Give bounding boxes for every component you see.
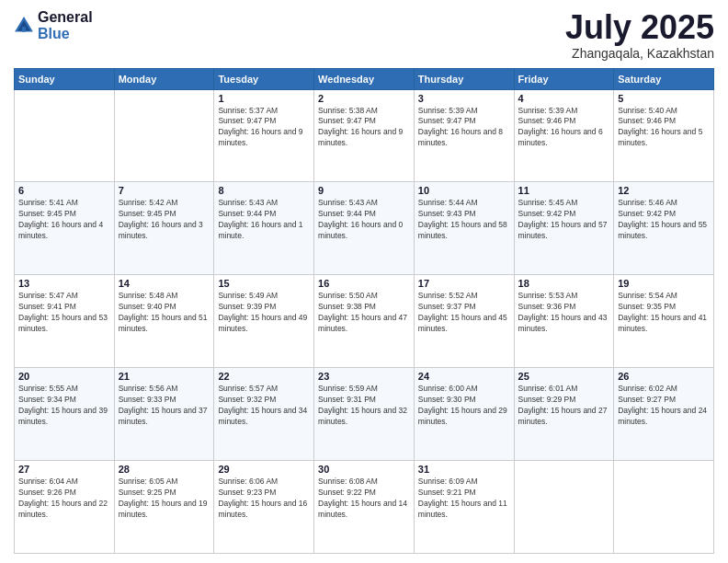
calendar-cell: 13Sunrise: 5:47 AM Sunset: 9:41 PM Dayli… — [15, 275, 115, 368]
day-number: 27 — [18, 464, 110, 475]
calendar-week-1: 1Sunrise: 5:37 AM Sunset: 9:47 PM Daylig… — [15, 89, 714, 182]
calendar-week-5: 27Sunrise: 6:04 AM Sunset: 9:26 PM Dayli… — [15, 461, 714, 554]
calendar-header-saturday: Saturday — [614, 68, 714, 89]
calendar-cell: 30Sunrise: 6:08 AM Sunset: 9:22 PM Dayli… — [314, 461, 415, 554]
calendar-cell — [15, 89, 115, 182]
day-info: Sunrise: 5:38 AM Sunset: 9:47 PM Dayligh… — [318, 106, 410, 150]
calendar-cell: 5Sunrise: 5:40 AM Sunset: 9:46 PM Daylig… — [614, 89, 714, 182]
logo-icon — [14, 16, 34, 36]
day-number: 25 — [518, 371, 610, 382]
day-info: Sunrise: 6:02 AM Sunset: 9:27 PM Dayligh… — [618, 384, 710, 428]
day-number: 11 — [518, 185, 610, 196]
calendar-cell: 24Sunrise: 6:00 AM Sunset: 9:30 PM Dayli… — [414, 368, 514, 461]
day-info: Sunrise: 5:55 AM Sunset: 9:34 PM Dayligh… — [18, 384, 110, 428]
calendar-cell: 20Sunrise: 5:55 AM Sunset: 9:34 PM Dayli… — [15, 368, 115, 461]
day-number: 12 — [618, 185, 710, 196]
day-info: Sunrise: 5:44 AM Sunset: 9:43 PM Dayligh… — [418, 198, 510, 242]
day-number: 20 — [18, 371, 110, 382]
day-number: 21 — [119, 371, 210, 382]
day-info: Sunrise: 6:08 AM Sunset: 9:22 PM Dayligh… — [318, 477, 410, 521]
calendar-cell: 19Sunrise: 5:54 AM Sunset: 9:35 PM Dayli… — [614, 275, 714, 368]
day-number: 22 — [218, 371, 310, 382]
page: General Blue July 2025 Zhangaqala, Kazak… — [0, 0, 728, 563]
calendar-cell: 12Sunrise: 5:46 AM Sunset: 9:42 PM Dayli… — [614, 182, 714, 275]
calendar-header-sunday: Sunday — [15, 68, 115, 89]
calendar-header-thursday: Thursday — [414, 68, 514, 89]
day-number: 16 — [318, 278, 410, 289]
day-info: Sunrise: 5:39 AM Sunset: 9:46 PM Dayligh… — [518, 106, 610, 150]
calendar-cell: 15Sunrise: 5:49 AM Sunset: 9:39 PM Dayli… — [214, 275, 314, 368]
day-number: 26 — [618, 371, 710, 382]
month-title: July 2025 — [565, 9, 714, 46]
day-info: Sunrise: 5:43 AM Sunset: 9:44 PM Dayligh… — [318, 198, 410, 242]
calendar-cell — [514, 461, 614, 554]
day-number: 17 — [418, 278, 510, 289]
day-info: Sunrise: 6:05 AM Sunset: 9:25 PM Dayligh… — [119, 477, 210, 521]
calendar-week-4: 20Sunrise: 5:55 AM Sunset: 9:34 PM Dayli… — [15, 368, 714, 461]
header: General Blue July 2025 Zhangaqala, Kazak… — [14, 9, 714, 61]
day-number: 14 — [119, 278, 210, 289]
calendar-week-2: 6Sunrise: 5:41 AM Sunset: 9:45 PM Daylig… — [15, 182, 714, 275]
day-number: 1 — [218, 93, 310, 104]
day-info: Sunrise: 5:54 AM Sunset: 9:35 PM Dayligh… — [618, 291, 710, 335]
calendar-cell: 17Sunrise: 5:52 AM Sunset: 9:37 PM Dayli… — [414, 275, 514, 368]
day-number: 4 — [518, 93, 610, 104]
day-info: Sunrise: 6:04 AM Sunset: 9:26 PM Dayligh… — [18, 477, 110, 521]
calendar-cell: 7Sunrise: 5:42 AM Sunset: 9:45 PM Daylig… — [114, 182, 214, 275]
calendar-cell: 4Sunrise: 5:39 AM Sunset: 9:46 PM Daylig… — [514, 89, 614, 182]
day-number: 28 — [119, 464, 210, 475]
day-info: Sunrise: 6:01 AM Sunset: 9:29 PM Dayligh… — [518, 384, 610, 428]
day-info: Sunrise: 6:00 AM Sunset: 9:30 PM Dayligh… — [418, 384, 510, 428]
calendar-cell: 21Sunrise: 5:56 AM Sunset: 9:33 PM Dayli… — [114, 368, 214, 461]
day-info: Sunrise: 5:48 AM Sunset: 9:40 PM Dayligh… — [119, 291, 210, 335]
day-info: Sunrise: 5:41 AM Sunset: 9:45 PM Dayligh… — [18, 198, 110, 242]
day-info: Sunrise: 5:46 AM Sunset: 9:42 PM Dayligh… — [618, 198, 710, 242]
day-info: Sunrise: 6:06 AM Sunset: 9:23 PM Dayligh… — [218, 477, 310, 521]
day-info: Sunrise: 5:37 AM Sunset: 9:47 PM Dayligh… — [218, 106, 310, 150]
calendar-cell: 10Sunrise: 5:44 AM Sunset: 9:43 PM Dayli… — [414, 182, 514, 275]
day-number: 24 — [418, 371, 510, 382]
calendar-cell: 6Sunrise: 5:41 AM Sunset: 9:45 PM Daylig… — [15, 182, 115, 275]
calendar-table: SundayMondayTuesdayWednesdayThursdayFrid… — [14, 68, 714, 554]
calendar-cell: 22Sunrise: 5:57 AM Sunset: 9:32 PM Dayli… — [214, 368, 314, 461]
svg-rect-2 — [22, 27, 26, 31]
calendar-cell: 28Sunrise: 6:05 AM Sunset: 9:25 PM Dayli… — [114, 461, 214, 554]
logo: General Blue — [14, 9, 93, 42]
location: Zhangaqala, Kazakhstan — [565, 46, 714, 61]
day-number: 5 — [618, 93, 710, 104]
day-number: 9 — [318, 185, 410, 196]
calendar-cell: 23Sunrise: 5:59 AM Sunset: 9:31 PM Dayli… — [314, 368, 415, 461]
title-block: July 2025 Zhangaqala, Kazakhstan — [565, 9, 714, 61]
calendar-cell: 14Sunrise: 5:48 AM Sunset: 9:40 PM Dayli… — [114, 275, 214, 368]
calendar-cell: 3Sunrise: 5:39 AM Sunset: 9:47 PM Daylig… — [414, 89, 514, 182]
calendar-header-friday: Friday — [514, 68, 614, 89]
calendar-header-wednesday: Wednesday — [314, 68, 415, 89]
calendar-header-row: SundayMondayTuesdayWednesdayThursdayFrid… — [15, 68, 714, 89]
day-number: 10 — [418, 185, 510, 196]
day-number: 31 — [418, 464, 510, 475]
calendar-cell: 29Sunrise: 6:06 AM Sunset: 9:23 PM Dayli… — [214, 461, 314, 554]
day-info: Sunrise: 5:39 AM Sunset: 9:47 PM Dayligh… — [418, 106, 510, 150]
calendar-cell: 8Sunrise: 5:43 AM Sunset: 9:44 PM Daylig… — [214, 182, 314, 275]
calendar-cell: 9Sunrise: 5:43 AM Sunset: 9:44 PM Daylig… — [314, 182, 415, 275]
calendar-cell: 16Sunrise: 5:50 AM Sunset: 9:38 PM Dayli… — [314, 275, 415, 368]
day-info: Sunrise: 5:49 AM Sunset: 9:39 PM Dayligh… — [218, 291, 310, 335]
day-info: Sunrise: 5:57 AM Sunset: 9:32 PM Dayligh… — [218, 384, 310, 428]
calendar-cell: 31Sunrise: 6:09 AM Sunset: 9:21 PM Dayli… — [414, 461, 514, 554]
day-number: 8 — [218, 185, 310, 196]
day-number: 3 — [418, 93, 510, 104]
calendar-header-monday: Monday — [114, 68, 214, 89]
day-info: Sunrise: 5:42 AM Sunset: 9:45 PM Dayligh… — [119, 198, 210, 242]
day-number: 2 — [318, 93, 410, 104]
calendar-cell — [614, 461, 714, 554]
day-number: 15 — [218, 278, 310, 289]
day-number: 18 — [518, 278, 610, 289]
day-info: Sunrise: 5:53 AM Sunset: 9:36 PM Dayligh… — [518, 291, 610, 335]
day-info: Sunrise: 5:40 AM Sunset: 9:46 PM Dayligh… — [618, 106, 710, 150]
day-number: 30 — [318, 464, 410, 475]
day-info: Sunrise: 5:56 AM Sunset: 9:33 PM Dayligh… — [119, 384, 210, 428]
day-info: Sunrise: 5:59 AM Sunset: 9:31 PM Dayligh… — [318, 384, 410, 428]
day-info: Sunrise: 5:43 AM Sunset: 9:44 PM Dayligh… — [218, 198, 310, 242]
calendar-cell: 18Sunrise: 5:53 AM Sunset: 9:36 PM Dayli… — [514, 275, 614, 368]
calendar-header-tuesday: Tuesday — [214, 68, 314, 89]
